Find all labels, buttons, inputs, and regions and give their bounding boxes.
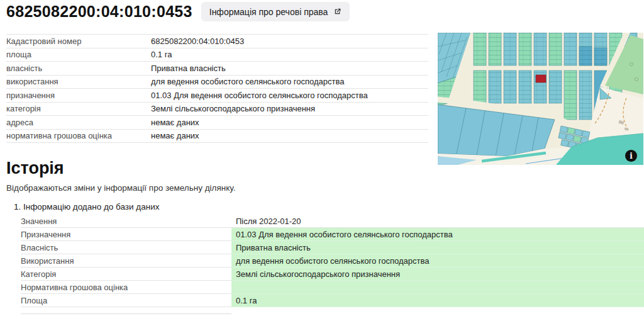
history-item-title: 1. Інформацію додано до бази даних: [14, 202, 644, 212]
history-item-label: Інформацію додано до бази даних: [23, 202, 159, 212]
page-title: 6825082200:04:010:0453: [6, 3, 192, 21]
history-row-label: Використання: [21, 254, 231, 268]
header: 6825082200:04:010:0453 Інформація про ре…: [6, 2, 350, 21]
row-label: Кадастровий номер: [6, 37, 151, 46]
rights-info-button[interactable]: Інформація про речові права: [201, 2, 350, 21]
table-row: Кадастровий номер 6825082200:04:010:0453: [6, 35, 428, 48]
table-row: площа 0.1 га: [6, 48, 428, 62]
history-row-value: для ведення особистого селянського госпо…: [231, 254, 644, 268]
history-row-label: Власність: [21, 241, 231, 254]
history-row-label: Нормативна грошова оцінка: [21, 281, 231, 294]
history-table: Значення Після 2022-01-20 Призначення 01…: [21, 215, 644, 307]
table-row: адреса немає даних: [6, 116, 428, 130]
history-row-value: Після 2022-01-20: [231, 215, 644, 228]
cadastral-map[interactable]: i: [438, 33, 643, 165]
rights-info-button-label: Інформація про речові права: [209, 7, 328, 17]
history-row: Нормативна грошова оцінка: [21, 281, 644, 294]
row-value: Землі сільськогосподарського призначення: [151, 104, 428, 113]
table-row: нормативна грошова оцінка немає даних: [6, 130, 428, 144]
row-value: Приватна власність: [151, 64, 428, 73]
history-row-label: Категорія: [21, 268, 231, 281]
history-row-value: Землі сільськогосподарського призначення: [231, 268, 644, 281]
row-label: призначення: [6, 91, 151, 100]
external-link-icon: [333, 8, 341, 16]
row-label: категорія: [6, 104, 151, 113]
row-value: 6825082200:04:010:0453: [151, 37, 428, 46]
history-row: Категорія Землі сільськогосподарського п…: [21, 268, 644, 281]
history-row: Значення Після 2022-01-20: [21, 215, 644, 228]
row-value: 01.03 Для ведення особистого селянського…: [151, 91, 428, 100]
history-row: Власність Приватна власність: [21, 241, 644, 254]
table-row: використання для ведення особистого селя…: [6, 76, 428, 89]
table-row: власність Приватна власність: [6, 62, 428, 76]
history-row-label: Значення: [21, 215, 231, 228]
row-label: адреса: [6, 118, 151, 127]
next-item-divider: [21, 313, 231, 314]
selected-parcel[interactable]: [536, 75, 546, 82]
history-row-value: 01.03 Для ведення особистого селянського…: [231, 228, 644, 241]
row-value: немає даних: [151, 131, 428, 140]
history-row: Призначення 01.03 Для ведення особистого…: [21, 228, 644, 241]
land-parcel-page: 6825082200:04:010:0453 Інформація про ре…: [0, 0, 644, 316]
row-label: власність: [6, 64, 151, 73]
history-row-label: Площа: [21, 294, 231, 307]
parcel-details-table: Кадастровий номер 6825082200:04:010:0453…: [6, 34, 428, 143]
history-section: Історія Відображаються зміни у інформаці…: [6, 159, 644, 314]
history-heading: Історія: [6, 159, 644, 178]
history-row: Використання для ведення особистого селя…: [21, 254, 644, 268]
cadastral-map-canvas: [438, 33, 643, 165]
history-row-label: Призначення: [21, 228, 231, 241]
row-label: використання: [6, 77, 151, 86]
history-row: Площа 0.1 га: [21, 294, 644, 307]
table-row: призначення 01.03 Для ведення особистого…: [6, 89, 428, 103]
row-label: площа: [6, 50, 151, 59]
row-label: нормативна грошова оцінка: [6, 131, 151, 140]
history-item-index: 1.: [14, 202, 21, 212]
history-subtitle: Відображаються зміни у інформації про зе…: [6, 183, 644, 193]
row-value: немає даних: [151, 118, 428, 127]
history-row-value: [231, 281, 644, 294]
history-row-value: 0.1 га: [231, 294, 644, 307]
row-value: 0.1 га: [151, 50, 428, 59]
row-value: для ведення особистого селянського госпо…: [151, 77, 428, 86]
history-row-value: Приватна власність: [231, 241, 644, 254]
table-row: категорія Землі сільськогосподарського п…: [6, 103, 428, 116]
